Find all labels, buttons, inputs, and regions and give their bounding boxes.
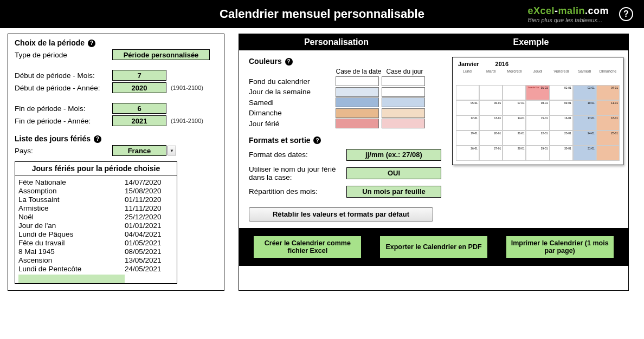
start-year-label: Début de période - Année: (15, 84, 112, 92)
use-holiday-name-label: Utiliser le nom du jour férié dans la ca… (249, 165, 346, 181)
holiday-empty (18, 275, 125, 283)
preview-cell (479, 85, 503, 100)
preview-cell: 14-01 (503, 115, 526, 131)
color-row: Jour de la semaine (249, 87, 441, 97)
preview-cell: 16-01 (550, 115, 573, 131)
export-pdf-button[interactable]: Exporter le Calendrier en PDF (379, 236, 488, 258)
period-panel: Choix de la période ? Type de période Pé… (8, 34, 224, 291)
color-label: Fond du calendrier (249, 77, 336, 86)
color-swatch-date[interactable] (336, 119, 379, 128)
restore-defaults-button[interactable]: Rétablir les valeurs et formats par défa… (249, 207, 433, 221)
holiday-row: Fête du travail01/05/2021 (18, 238, 173, 247)
preview-day-header: Samedi (573, 69, 596, 75)
holiday-row: Armistice11/11/2020 (18, 204, 173, 212)
holiday-date: 01/11/2020 (125, 195, 173, 204)
period-type-select[interactable]: Période personnalisée (112, 49, 210, 60)
question-icon[interactable]: ? (88, 40, 95, 47)
holiday-list-box: Jours fériés pour la période choisie Fêt… (15, 161, 177, 284)
color-label: Dimanche (249, 109, 336, 117)
app-header: Calendrier mensuel personnalisable eXcel… (0, 0, 644, 28)
color-swatch-day[interactable] (382, 87, 425, 97)
end-year-input[interactable]: 2021 (112, 115, 166, 126)
holiday-date: 15/08/2020 (125, 187, 173, 195)
start-year-input[interactable]: 2020 (112, 82, 166, 93)
end-month-label: Fin de période - Mois: (15, 105, 112, 113)
holiday-name: Fête Nationale (18, 178, 125, 186)
page-title: Calendrier mensuel personnalisable (220, 7, 424, 21)
question-icon[interactable]: ? (285, 58, 293, 66)
preview-day-header: Jeudi (526, 69, 549, 75)
holiday-name: La Toussaint (18, 195, 125, 204)
action-bar: Créer le Calendrier comme fichier Excel … (239, 228, 628, 266)
preview-cell: 20-01 (479, 131, 503, 146)
date-format-label: Format des dates: (249, 151, 346, 159)
date-format-select[interactable]: jj/mm (ex.: 27/08) (346, 149, 441, 161)
start-month-input[interactable]: 7 (112, 70, 166, 81)
holiday-date: 01/05/2021 (125, 239, 173, 247)
use-holiday-name-select[interactable]: OUI (346, 167, 441, 179)
color-label: Samedi (249, 99, 336, 107)
color-swatch-day[interactable] (382, 76, 425, 86)
holiday-date: 08/05/2021 (125, 247, 173, 256)
holiday-name: Lundi de Pentecôte (18, 265, 125, 273)
holiday-row: 8 Mai 194508/05/2021 (18, 247, 173, 256)
holiday-date: 01/01/2021 (125, 221, 173, 230)
preview-day-header: Lundi (456, 69, 479, 75)
holiday-row: Fête Nationale14/07/2020 (18, 178, 173, 186)
holiday-date: 11/11/2020 (125, 204, 173, 212)
holiday-date: 14/07/2020 (125, 178, 173, 186)
preview-cell (596, 146, 620, 161)
color-swatch-date[interactable] (336, 76, 379, 86)
color-row: Dimanche (249, 108, 441, 118)
preview-day-header: Dimanche (596, 69, 620, 75)
preview-cell: 28-01 (503, 146, 526, 161)
preview-cell: 27-01 (479, 146, 503, 161)
preview-cell: 02-01 (550, 85, 573, 100)
month-split-select[interactable]: Un mois par feuille (346, 186, 441, 198)
color-swatch-date[interactable] (336, 97, 379, 107)
country-select[interactable]: France (112, 145, 166, 156)
preview-cell: 31-01 (573, 146, 596, 161)
holiday-name: Jour de l'an (18, 221, 125, 230)
formats-heading: Formats et sortie (249, 136, 311, 145)
holiday-row: Jour de l'an01/01/2021 (18, 221, 173, 230)
help-icon[interactable]: ? (619, 7, 633, 21)
start-month-label: Début de période - Mois: (15, 71, 112, 80)
holiday-name: Assomption (18, 187, 125, 195)
color-swatch-date[interactable] (336, 108, 379, 118)
preview-year: 2016 (495, 61, 508, 67)
create-excel-button[interactable]: Créer le Calendrier comme fichier Excel (253, 236, 362, 258)
question-icon[interactable]: ? (94, 135, 101, 143)
year-range-hint: (1901-2100) (171, 118, 203, 124)
preview-cell: 12-01 (456, 115, 479, 131)
print-button[interactable]: Imprimer le Calendrier (1 mois par page) (506, 236, 614, 258)
color-swatch-day[interactable] (382, 119, 425, 128)
color-label: Jour de la semaine (249, 88, 336, 96)
holiday-name: Ascension (18, 256, 125, 264)
preview-day-header: Mardi (479, 69, 503, 75)
colors-heading: Couleurs (249, 57, 282, 66)
end-month-input[interactable]: 6 (112, 103, 166, 114)
color-swatch-day[interactable] (382, 97, 425, 107)
holiday-row: Lundi de Pâques04/04/2021 (18, 230, 173, 238)
preview-cell: 07-01 (503, 100, 526, 115)
color-row: Samedi (249, 97, 441, 107)
preview-cell: 15-01 (526, 115, 549, 131)
calendar-preview: Janvier 2016 LundiMardiMercrediJeudiVend… (452, 57, 623, 165)
preview-cell: 19-01 (456, 131, 479, 146)
holiday-row: Ascension13/05/2021 (18, 256, 173, 264)
period-heading: Choix de la période (15, 38, 85, 47)
end-year-label: Fin de période - Année: (15, 117, 112, 125)
holiday-row: Assomption15/08/2020 (18, 186, 173, 195)
question-icon[interactable]: ? (313, 136, 321, 144)
color-row: Jour férié (249, 119, 441, 128)
chevron-down-icon[interactable]: ▼ (168, 146, 176, 155)
preview-cell (456, 85, 479, 100)
color-swatch-day[interactable] (382, 108, 425, 118)
color-swatch-date[interactable] (336, 87, 379, 97)
year-range-hint: (1901-2100) (171, 84, 203, 91)
holiday-date: 13/05/2021 (125, 256, 173, 264)
holiday-name: 8 Mai 1945 (18, 247, 125, 256)
preview-day-header: Mercredi (503, 69, 526, 75)
customization-panel: Personalisation Exemple Couleurs ? Case … (239, 34, 629, 291)
